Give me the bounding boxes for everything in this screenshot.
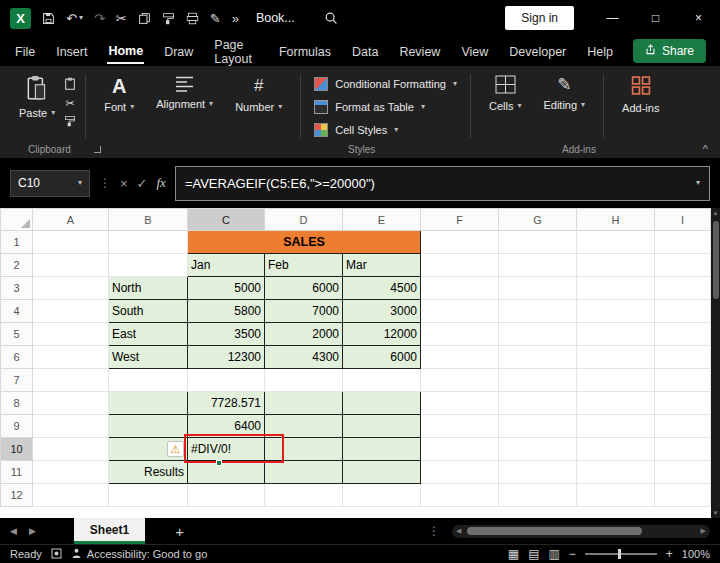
status-mode[interactable]: Ready: [10, 548, 42, 560]
cell-I9[interactable]: [655, 415, 711, 438]
fill-handle[interactable]: [216, 460, 222, 466]
cell-F10[interactable]: [421, 438, 499, 461]
minimize-button[interactable]: —: [591, 0, 634, 36]
cell-B3[interactable]: North: [109, 277, 188, 300]
format-painter-icon[interactable]: [162, 12, 175, 25]
tab-data[interactable]: Data: [351, 39, 379, 63]
col-header-H[interactable]: H: [577, 209, 655, 231]
cell-D4[interactable]: 7000: [265, 300, 343, 323]
cell-I7[interactable]: [655, 369, 711, 392]
zoom-out-button[interactable]: −: [569, 547, 576, 561]
cell-E8[interactable]: [343, 392, 421, 415]
cell-I10[interactable]: [655, 438, 711, 461]
cell-D2[interactable]: Feb: [265, 254, 343, 277]
cell-E2[interactable]: Mar: [343, 254, 421, 277]
normal-view-icon[interactable]: ▦: [508, 547, 519, 561]
cell-F8[interactable]: [421, 392, 499, 415]
zoom-slider-thumb[interactable]: [618, 549, 621, 559]
cell-I1[interactable]: [655, 231, 711, 254]
cell-D3[interactable]: 6000: [265, 277, 343, 300]
search-icon[interactable]: [324, 11, 338, 25]
cell-G10[interactable]: [499, 438, 577, 461]
editing-button[interactable]: ✎ Editing▾: [534, 72, 594, 114]
cell-B4[interactable]: South: [109, 300, 188, 323]
cell-A5[interactable]: [33, 323, 109, 346]
cell-D10[interactable]: [265, 438, 343, 461]
cell-C2[interactable]: Jan: [188, 254, 265, 277]
formula-input[interactable]: =AVERAGEIF(C5:E6,">=20000") ▾: [175, 166, 710, 201]
row-header-10[interactable]: 10: [1, 438, 33, 461]
tab-developer[interactable]: Developer: [508, 39, 567, 63]
col-header-F[interactable]: F: [421, 209, 499, 231]
cell-C11[interactable]: [188, 461, 265, 484]
scroll-up-icon[interactable]: ▲: [713, 210, 719, 216]
cell-C12[interactable]: [188, 484, 265, 507]
cell-G4[interactable]: [499, 300, 577, 323]
vertical-scrollbar[interactable]: ▲ ▼: [711, 208, 720, 518]
cell-B5[interactable]: East: [109, 323, 188, 346]
cell-B9[interactable]: [109, 415, 188, 438]
cell-A9[interactable]: [33, 415, 109, 438]
cell-E3[interactable]: 4500: [343, 277, 421, 300]
cell-A6[interactable]: [33, 346, 109, 369]
cell-E9[interactable]: [343, 415, 421, 438]
sheet-nav-left-icon[interactable]: ◀: [10, 526, 17, 536]
cell-C6[interactable]: 12300: [188, 346, 265, 369]
cell-E10[interactable]: [343, 438, 421, 461]
cell-A1[interactable]: [33, 231, 109, 254]
tab-review[interactable]: Review: [398, 39, 441, 63]
format-as-table-button[interactable]: Format as Table ▾: [310, 98, 461, 116]
cell-styles-button[interactable]: Cell Styles ▾: [310, 121, 461, 139]
cell-D5[interactable]: 2000: [265, 323, 343, 346]
cell-F4[interactable]: [421, 300, 499, 323]
document-title[interactable]: Book...: [256, 11, 295, 25]
cell-C4[interactable]: 5800: [188, 300, 265, 323]
cell-I12[interactable]: [655, 484, 711, 507]
cut-icon[interactable]: ✂: [116, 11, 127, 26]
excel-logo-icon[interactable]: X: [10, 8, 31, 29]
clipboard-icon[interactable]: [64, 77, 76, 92]
cell-F6[interactable]: [421, 346, 499, 369]
cell-B8[interactable]: [109, 392, 188, 415]
scroll-down-icon[interactable]: ▼: [713, 510, 719, 516]
cell-F3[interactable]: [421, 277, 499, 300]
tab-file[interactable]: File: [14, 39, 36, 63]
expand-formula-bar-icon[interactable]: ▾: [696, 179, 700, 187]
row-header-1[interactable]: 1: [1, 231, 33, 254]
maximize-button[interactable]: □: [634, 0, 677, 36]
tab-insert[interactable]: Insert: [55, 39, 88, 63]
cell-F2[interactable]: [421, 254, 499, 277]
cell-G8[interactable]: [499, 392, 577, 415]
cell-C1-sales-title[interactable]: SALES: [188, 231, 421, 254]
collapse-ribbon-chevron[interactable]: ^: [703, 143, 708, 155]
alignment-button[interactable]: Alignment▾: [147, 72, 222, 113]
cell-G12[interactable]: [499, 484, 577, 507]
col-header-C[interactable]: C: [188, 209, 265, 231]
cell-I11[interactable]: [655, 461, 711, 484]
cell-C5[interactable]: 3500: [188, 323, 265, 346]
cell-E7[interactable]: [343, 369, 421, 392]
cell-F7[interactable]: [421, 369, 499, 392]
row-header-3[interactable]: 3: [1, 277, 33, 300]
number-button[interactable]: # Number▾: [226, 72, 291, 116]
cell-H6[interactable]: [577, 346, 655, 369]
scroll-right-icon[interactable]: ▶: [701, 527, 706, 535]
close-button[interactable]: ×: [677, 0, 720, 36]
cell-D7[interactable]: [265, 369, 343, 392]
enter-icon[interactable]: ✓: [137, 176, 148, 191]
col-header-I[interactable]: I: [655, 209, 711, 231]
cell-C8[interactable]: 7728.571: [188, 392, 265, 415]
cell-F9[interactable]: [421, 415, 499, 438]
qat-overflow-icon[interactable]: »: [232, 11, 239, 26]
cell-B11-results-label[interactable]: Results: [109, 461, 188, 484]
cell-A12[interactable]: [33, 484, 109, 507]
save-icon[interactable]: [42, 12, 55, 25]
cell-E11[interactable]: [343, 461, 421, 484]
col-header-B[interactable]: B: [109, 209, 188, 231]
cell-C9[interactable]: 6400: [188, 415, 265, 438]
cell-F1[interactable]: [421, 231, 499, 254]
add-sheet-button[interactable]: +: [175, 523, 184, 540]
sheet-tab-sheet1[interactable]: Sheet1: [74, 518, 145, 544]
cell-H10[interactable]: [577, 438, 655, 461]
horizontal-scrollbar[interactable]: ◀ ▶: [452, 525, 710, 538]
